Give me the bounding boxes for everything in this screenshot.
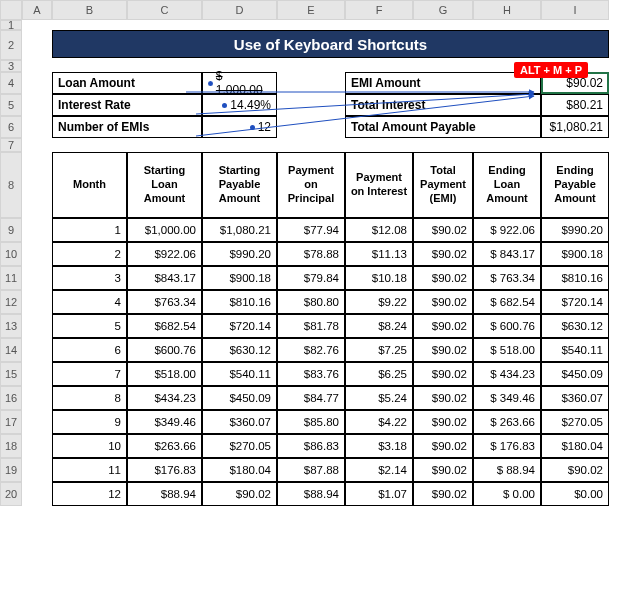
row-header-5[interactable]: 5 — [0, 94, 22, 116]
table-cell[interactable]: $90.02 — [413, 458, 473, 482]
table-cell[interactable]: $ 682.54 — [473, 290, 541, 314]
table-cell[interactable]: $8.24 — [345, 314, 413, 338]
table-cell[interactable]: $12.08 — [345, 218, 413, 242]
row-header-2[interactable]: 2 — [0, 30, 22, 60]
col-header-D[interactable]: D — [202, 0, 277, 20]
table-cell[interactable]: $434.23 — [127, 386, 202, 410]
table-cell[interactable]: $176.83 — [127, 458, 202, 482]
row-header-10[interactable]: 10 — [0, 242, 22, 266]
row-header-13[interactable]: 13 — [0, 314, 22, 338]
table-cell[interactable]: $85.80 — [277, 410, 345, 434]
table-cell[interactable]: $90.02 — [202, 482, 277, 506]
col-header-C[interactable]: C — [127, 0, 202, 20]
table-cell[interactable]: $ 349.46 — [473, 386, 541, 410]
table-cell[interactable]: 11 — [52, 458, 127, 482]
table-cell[interactable]: $922.06 — [127, 242, 202, 266]
table-cell[interactable]: $720.14 — [541, 290, 609, 314]
table-cell[interactable]: $518.00 — [127, 362, 202, 386]
table-cell[interactable]: $5.24 — [345, 386, 413, 410]
row-header-8[interactable]: 8 — [0, 152, 22, 218]
table-cell[interactable]: $90.02 — [413, 482, 473, 506]
table-cell[interactable]: $82.76 — [277, 338, 345, 362]
table-cell[interactable]: 8 — [52, 386, 127, 410]
table-cell[interactable]: 5 — [52, 314, 127, 338]
row-header-19[interactable]: 19 — [0, 458, 22, 482]
row-header-1[interactable]: 1 — [0, 20, 22, 30]
table-cell[interactable]: $0.00 — [541, 482, 609, 506]
table-cell[interactable]: $87.88 — [277, 458, 345, 482]
table-cell[interactable]: $4.22 — [345, 410, 413, 434]
table-cell[interactable]: $83.76 — [277, 362, 345, 386]
row-header-18[interactable]: 18 — [0, 434, 22, 458]
select-all[interactable] — [0, 0, 22, 20]
row-header-11[interactable]: 11 — [0, 266, 22, 290]
row-header-17[interactable]: 17 — [0, 410, 22, 434]
table-cell[interactable]: $810.16 — [202, 290, 277, 314]
table-cell[interactable]: $10.18 — [345, 266, 413, 290]
col-header-G[interactable]: G — [413, 0, 473, 20]
table-cell[interactable]: $2.14 — [345, 458, 413, 482]
table-cell[interactable]: $1.07 — [345, 482, 413, 506]
row-header-4[interactable]: 4 — [0, 72, 22, 94]
table-cell[interactable]: $90.02 — [413, 218, 473, 242]
table-cell[interactable]: 3 — [52, 266, 127, 290]
table-cell[interactable]: 1 — [52, 218, 127, 242]
table-cell[interactable]: $ 518.00 — [473, 338, 541, 362]
row-header-6[interactable]: 6 — [0, 116, 22, 138]
table-cell[interactable]: $9.22 — [345, 290, 413, 314]
table-cell[interactable]: $88.94 — [277, 482, 345, 506]
table-cell[interactable]: $682.54 — [127, 314, 202, 338]
row-header-7[interactable]: 7 — [0, 138, 22, 152]
table-cell[interactable]: $84.77 — [277, 386, 345, 410]
table-cell[interactable]: 9 — [52, 410, 127, 434]
table-cell[interactable]: $ 263.66 — [473, 410, 541, 434]
table-cell[interactable]: $630.12 — [541, 314, 609, 338]
row-header-3[interactable]: 3 — [0, 60, 22, 72]
col-header-A[interactable]: A — [22, 0, 52, 20]
table-cell[interactable]: $540.11 — [541, 338, 609, 362]
table-cell[interactable]: $90.02 — [413, 314, 473, 338]
col-header-I[interactable]: I — [541, 0, 609, 20]
table-cell[interactable]: $ 843.17 — [473, 242, 541, 266]
table-cell[interactable]: $600.76 — [127, 338, 202, 362]
table-cell[interactable]: $88.94 — [127, 482, 202, 506]
table-cell[interactable]: $360.07 — [202, 410, 277, 434]
table-cell[interactable]: $180.04 — [541, 434, 609, 458]
table-cell[interactable]: $990.20 — [202, 242, 277, 266]
table-cell[interactable]: $ 763.34 — [473, 266, 541, 290]
table-cell[interactable]: $ 0.00 — [473, 482, 541, 506]
table-cell[interactable]: $77.94 — [277, 218, 345, 242]
table-cell[interactable]: $763.34 — [127, 290, 202, 314]
table-cell[interactable]: $86.83 — [277, 434, 345, 458]
table-cell[interactable]: $90.02 — [541, 458, 609, 482]
col-header-E[interactable]: E — [277, 0, 345, 20]
table-cell[interactable]: $81.78 — [277, 314, 345, 338]
table-cell[interactable]: $7.25 — [345, 338, 413, 362]
table-cell[interactable]: $ 176.83 — [473, 434, 541, 458]
table-cell[interactable]: $6.25 — [345, 362, 413, 386]
table-cell[interactable]: $1,080.21 — [202, 218, 277, 242]
table-cell[interactable]: $90.02 — [413, 410, 473, 434]
table-cell[interactable]: $900.18 — [541, 242, 609, 266]
table-cell[interactable]: $990.20 — [541, 218, 609, 242]
table-cell[interactable]: $11.13 — [345, 242, 413, 266]
table-cell[interactable]: $79.84 — [277, 266, 345, 290]
table-cell[interactable]: $450.09 — [202, 386, 277, 410]
table-cell[interactable]: $360.07 — [541, 386, 609, 410]
table-cell[interactable]: 10 — [52, 434, 127, 458]
table-cell[interactable]: $90.02 — [413, 362, 473, 386]
row-header-14[interactable]: 14 — [0, 338, 22, 362]
row-header-16[interactable]: 16 — [0, 386, 22, 410]
table-cell[interactable]: $78.88 — [277, 242, 345, 266]
table-cell[interactable]: $720.14 — [202, 314, 277, 338]
col-header-B[interactable]: B — [52, 0, 127, 20]
table-cell[interactable]: $90.02 — [413, 386, 473, 410]
table-cell[interactable]: $270.05 — [541, 410, 609, 434]
table-cell[interactable]: $90.02 — [413, 290, 473, 314]
table-cell[interactable]: 7 — [52, 362, 127, 386]
table-cell[interactable]: 4 — [52, 290, 127, 314]
table-cell[interactable]: $450.09 — [541, 362, 609, 386]
table-cell[interactable]: $3.18 — [345, 434, 413, 458]
table-cell[interactable]: $1,000.00 — [127, 218, 202, 242]
table-cell[interactable]: 6 — [52, 338, 127, 362]
